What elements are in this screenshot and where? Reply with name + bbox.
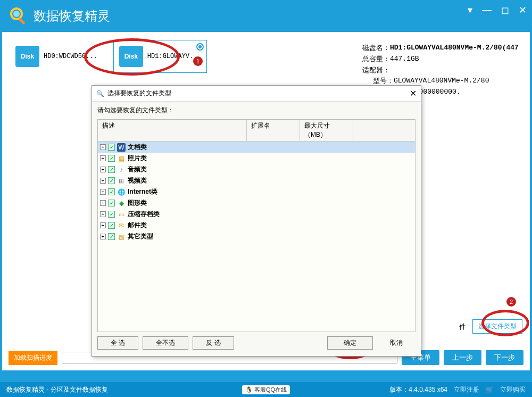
expand-icon[interactable]: + [100, 200, 106, 206]
col-maxsize[interactable]: 最大尺寸（MB） [300, 120, 353, 141]
cart-icon: 🛒 [486, 386, 494, 393]
cancel-button[interactable]: 取消 [377, 336, 415, 350]
app-title: 数据恢复精灵 [34, 7, 110, 24]
select-file-type-button[interactable]: 选择文件类型 [472, 319, 522, 334]
window-controls: ▾ — ◻ ✕ [468, 4, 527, 16]
load-progress-button[interactable]: 加载扫描进度 [9, 351, 57, 365]
category-label: 照片类 [128, 154, 147, 163]
checkbox[interactable]: ✓ [108, 155, 115, 162]
maximize-icon[interactable]: ◻ [501, 4, 509, 16]
category-icon: ▧ [117, 233, 126, 241]
tree-row[interactable]: +✓◆图形类 [98, 197, 415, 209]
expand-icon[interactable]: + [100, 189, 106, 195]
table-header: 描述 扩展名 最大尺寸（MB） [98, 120, 415, 142]
category-label: 文档类 [128, 143, 147, 152]
info-value: 447.1GB [390, 54, 419, 65]
radio-selected-icon [196, 43, 204, 51]
category-icon: ♪ [117, 166, 126, 174]
select-none-button[interactable]: 全不选 [143, 336, 188, 350]
col-extension[interactable]: 扩展名 [247, 120, 300, 141]
checkbox[interactable]: ✓ [108, 200, 115, 206]
buy-link[interactable]: 立即购买 [500, 385, 526, 394]
qq-support-badge[interactable]: 🐧 客服QQ在线 [242, 385, 290, 394]
checkbox[interactable]: ✓ [108, 233, 115, 240]
penguin-icon: 🐧 [245, 386, 253, 393]
expand-icon[interactable]: + [100, 144, 106, 150]
dialog-icon: 🔍 [96, 90, 104, 97]
disk-list: Disk HD0:WDCWD50... Disk HD1:GLOWAYV... [10, 40, 207, 73]
titlebar: 数据恢复精灵 ▾ — ◻ ✕ [0, 0, 532, 32]
category-label: 音频类 [128, 165, 147, 174]
prev-button[interactable]: 上一步 [444, 350, 481, 365]
category-icon: ⊞ [117, 177, 126, 185]
annotation-number-2: 2 [506, 297, 516, 307]
tree-row[interactable]: +✓⊞视频类 [98, 175, 415, 186]
tree-row[interactable]: +✓▦照片类 [98, 153, 415, 164]
dialog-buttons: 全 选 全不选 反 选 确定 取消 [97, 336, 415, 350]
dialog-titlebar: 🔍 选择要恢复的文件类型 ✕ [92, 86, 421, 102]
dialog-title: 选择要恢复的文件类型 [107, 89, 171, 98]
tree-row[interactable]: +✓▧其它类型 [98, 231, 415, 242]
category-icon: ▭ [117, 210, 126, 219]
version-text: 版本：4.4.0.435 x64 [389, 385, 447, 394]
checkbox[interactable]: ✓ [108, 188, 115, 195]
category-icon: ✉ [117, 221, 126, 230]
invert-button[interactable]: 反 选 [193, 336, 234, 350]
expand-icon[interactable]: + [100, 211, 106, 217]
select-all-button[interactable]: 全 选 [97, 336, 138, 350]
svg-rect-1 [18, 18, 25, 24]
disk-item-1[interactable]: Disk HD1:GLOWAYV... [113, 40, 207, 73]
checkbox[interactable]: ✓ [108, 166, 115, 173]
col-description[interactable]: 描述 [98, 120, 247, 141]
tree-row[interactable]: +✓🌐Internet类 [98, 186, 415, 197]
checkbox[interactable]: ✓ [108, 144, 115, 151]
tree-row[interactable]: +✓▭压缩存档类 [98, 209, 415, 220]
category-icon: 🌐 [117, 188, 126, 196]
info-value: HD1:GLOWAYVAL480NVMe-M.2/80(447 [390, 43, 519, 54]
tree-row[interactable]: +✓W文档类 [98, 142, 415, 153]
checkbox[interactable]: ✓ [108, 211, 115, 218]
close-icon[interactable]: ✕ [519, 4, 527, 16]
expand-icon[interactable]: + [100, 155, 106, 161]
ok-button[interactable]: 确定 [327, 336, 373, 350]
file-type-dialog: 🔍 选择要恢复的文件类型 ✕ 请勾选要恢复的文件类型： 描述 扩展名 最大尺寸（… [92, 85, 421, 357]
dropdown-icon[interactable]: ▾ [468, 4, 472, 16]
tree-row[interactable]: +✓✉邮件类 [98, 220, 415, 231]
category-label: 其它类型 [128, 232, 153, 241]
category-label: 压缩存档类 [128, 210, 160, 219]
category-label: Internet类 [128, 187, 157, 196]
dialog-prompt: 请勾选要恢复的文件类型： [92, 102, 421, 119]
disk-icon: Disk [15, 46, 39, 67]
expand-icon[interactable]: + [100, 167, 106, 172]
category-icon: ▦ [117, 154, 126, 163]
info-label: 适配器： [362, 65, 390, 76]
file-type-table: 描述 扩展名 最大尺寸（MB） +✓W文档类+✓▦照片类+✓♪音频类+✓⊞视频类… [97, 119, 415, 332]
category-icon: W [117, 143, 126, 152]
svg-point-2 [13, 11, 20, 17]
annotation-number-1: 1 [193, 56, 203, 66]
disk-label: HD0:WDCWD50... [44, 53, 97, 60]
dialog-close-icon[interactable]: ✕ [410, 88, 417, 98]
file-hint: 件 [459, 322, 466, 332]
expand-icon[interactable]: + [100, 178, 106, 184]
disk-icon: Disk [119, 46, 143, 67]
app-logo: 数据恢复精灵 [8, 5, 110, 27]
category-icon: ◆ [117, 199, 126, 208]
status-bar: 数据恢复精灵 - 分区及文件数据恢复 🐧 客服QQ在线 版本：4.4.0.435… [0, 382, 532, 397]
disk-label: HD1:GLOWAYV... [147, 53, 201, 60]
app-logo-icon [8, 5, 29, 27]
category-label: 邮件类 [128, 221, 147, 230]
expand-icon[interactable]: + [100, 222, 106, 228]
next-button[interactable]: 下一步 [486, 350, 523, 365]
minimize-icon[interactable]: — [482, 4, 492, 16]
category-label: 图形类 [128, 198, 147, 208]
expand-icon[interactable]: + [100, 234, 106, 239]
category-label: 视频类 [128, 176, 147, 185]
disk-item-0[interactable]: Disk HD0:WDCWD50... [10, 40, 103, 73]
tree-row[interactable]: +✓♪音频类 [98, 164, 415, 175]
checkbox[interactable]: ✓ [108, 222, 115, 229]
register-link[interactable]: 立即注册 [454, 385, 479, 394]
info-label: 磁盘名： [362, 43, 390, 54]
checkbox[interactable]: ✓ [108, 177, 115, 184]
info-label: 总容量： [362, 54, 390, 65]
